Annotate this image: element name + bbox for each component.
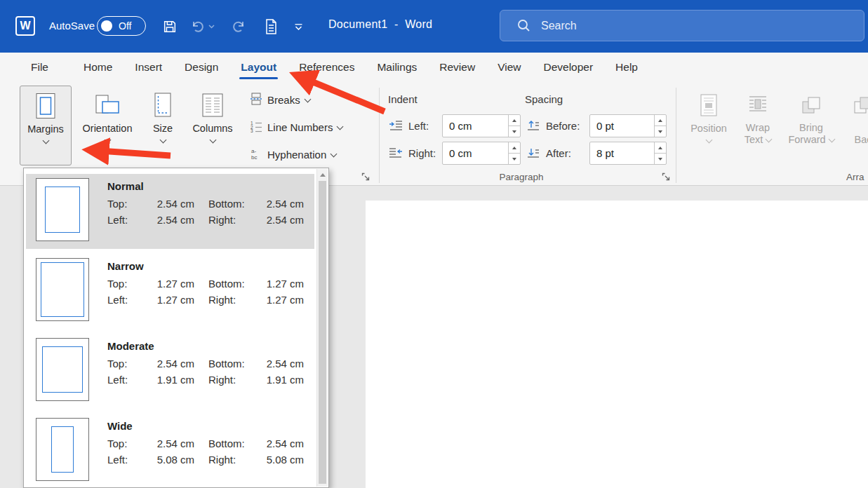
scrollbar-up-arrow-icon[interactable] [317, 169, 328, 180]
tab-help[interactable]: Help [604, 53, 649, 82]
margins-option-narrow[interactable]: Narrow Top: 1.27 cm Bottom: 1.27 cm Left… [26, 254, 314, 329]
bring-forward-icon [801, 90, 822, 120]
document-page[interactable] [366, 201, 868, 488]
columns-icon [201, 90, 224, 120]
spacing-before-spinner [654, 115, 666, 137]
tab-review[interactable]: Review [428, 53, 486, 82]
word-window: W AutoSave Off Document1 - Word [0, 0, 868, 488]
send-backward-icon [853, 90, 868, 120]
indent-heading: Indent [388, 93, 418, 105]
tab-developer[interactable]: Developer [532, 53, 604, 82]
tab-file[interactable]: File [20, 53, 60, 82]
orientation-icon [95, 90, 120, 120]
margins-option-normal[interactable]: Normal Top: 2.54 cm Bottom: 2.54 cm Left… [26, 174, 314, 249]
margin-option-title: Normal [107, 179, 304, 194]
svg-text:bc: bc [251, 154, 257, 160]
title-bar: W AutoSave Off Document1 - Word [0, 0, 868, 53]
group-divider [379, 88, 380, 183]
bottom-value: 2.54 cm [255, 198, 304, 210]
tab-home[interactable]: Home [72, 53, 123, 82]
orientation-button[interactable]: Orientation [79, 86, 136, 165]
bottom-value: 1.27 cm [255, 278, 304, 290]
left-value: 2.54 cm [144, 214, 194, 226]
page-setup-dialog-launcher[interactable] [360, 171, 371, 182]
spin-down-button[interactable] [655, 126, 666, 137]
search-placeholder: Search [541, 20, 577, 32]
bring-forward-button: Bring Forward [784, 86, 838, 165]
indent-left-field [442, 114, 521, 137]
tab-insert[interactable]: Insert [123, 53, 173, 82]
tab-references[interactable]: References [288, 53, 366, 82]
spacing-before-icon [526, 120, 542, 133]
wrap-text-label: Wrap Text [745, 122, 772, 146]
page-icon[interactable] [261, 17, 281, 36]
chevron-down-icon [159, 137, 166, 144]
spacing-after-icon [526, 147, 542, 160]
save-icon[interactable] [160, 17, 180, 36]
spin-up-button[interactable] [655, 115, 666, 126]
word-app-icon: W [15, 16, 35, 36]
tab-view[interactable]: View [486, 53, 532, 82]
autosave-label: AutoSave [49, 20, 95, 32]
quick-access-dropdown-icon[interactable] [292, 17, 305, 36]
autosave-toggle[interactable]: Off [97, 16, 146, 36]
search-icon [517, 19, 530, 32]
tab-design[interactable]: Design [173, 53, 229, 82]
undo-icon [188, 17, 208, 36]
chevron-down-icon [209, 137, 216, 144]
left-value: 1.91 cm [144, 374, 194, 386]
margins-dropdown-menu: Normal Top: 2.54 cm Bottom: 2.54 cm Left… [23, 168, 329, 488]
spacing-after-field [589, 142, 667, 165]
margins-option-wide[interactable]: Wide Top: 2.54 cm Bottom: 2.54 cm Left: … [26, 414, 314, 488]
chevron-down-icon [828, 136, 835, 143]
tab-layout[interactable]: Layout [229, 53, 288, 82]
margins-button[interactable]: Margins [20, 86, 72, 165]
breaks-button[interactable]: Breaks [246, 89, 314, 110]
send-backward-label: Bac [855, 122, 868, 146]
indent-right-label: Right: [408, 142, 436, 165]
right-label: Right: [194, 454, 255, 466]
line-numbers-label: Line Numbers [267, 121, 333, 133]
line-numbers-button[interactable]: 123 Line Numbers [246, 116, 347, 137]
margin-preview-icon [36, 178, 89, 241]
margin-option-title: Narrow [107, 259, 304, 273]
menu-scrollbar[interactable] [316, 169, 328, 487]
spin-up-button[interactable] [655, 142, 666, 153]
spacing-before-field [589, 114, 667, 137]
breaks-label: Breaks [267, 94, 300, 106]
chevron-down-icon [330, 150, 338, 157]
hyphenation-label: Hyphenation [267, 149, 326, 161]
line-numbers-icon: 123 [250, 120, 262, 135]
chevron-down-icon [104, 137, 111, 144]
spin-down-button[interactable] [655, 153, 666, 164]
bottom-label: Bottom: [194, 198, 255, 210]
spin-down-button[interactable] [509, 126, 520, 137]
indent-right-icon [389, 147, 404, 160]
margin-option-title: Wide [107, 419, 304, 433]
orientation-label: Orientation [83, 122, 133, 135]
tab-mailings[interactable]: Mailings [366, 53, 428, 82]
margins-option-moderate[interactable]: Moderate Top: 2.54 cm Bottom: 2.54 cm Le… [26, 334, 314, 409]
hyphenation-button[interactable]: a-bc Hyphenation [246, 144, 340, 165]
left-value: 5.08 cm [144, 454, 194, 466]
paragraph-group-label: Paragraph [388, 172, 655, 182]
spin-up-button[interactable] [509, 142, 520, 153]
spacing-after-spinner [654, 142, 666, 164]
columns-button[interactable]: Columns [188, 86, 237, 165]
paragraph-dialog-launcher[interactable] [660, 171, 672, 182]
left-label: Left: [107, 214, 144, 226]
search-box[interactable]: Search [500, 10, 864, 41]
scrollbar-thumb[interactable] [319, 181, 326, 484]
arrange-group-label: Arra [846, 172, 868, 182]
top-label: Top: [107, 358, 144, 370]
position-label: Position [690, 122, 727, 135]
size-icon [152, 90, 173, 120]
columns-label: Columns [192, 122, 232, 135]
spacing-before-label: Before: [546, 114, 580, 137]
bring-forward-label: Bring Forward [788, 122, 834, 146]
spin-up-button[interactable] [509, 115, 520, 126]
spin-down-button[interactable] [509, 153, 520, 164]
undo-dropdown-chevron-icon [206, 17, 216, 36]
size-button[interactable]: Size [143, 86, 182, 165]
bottom-value: 2.54 cm [255, 358, 304, 370]
